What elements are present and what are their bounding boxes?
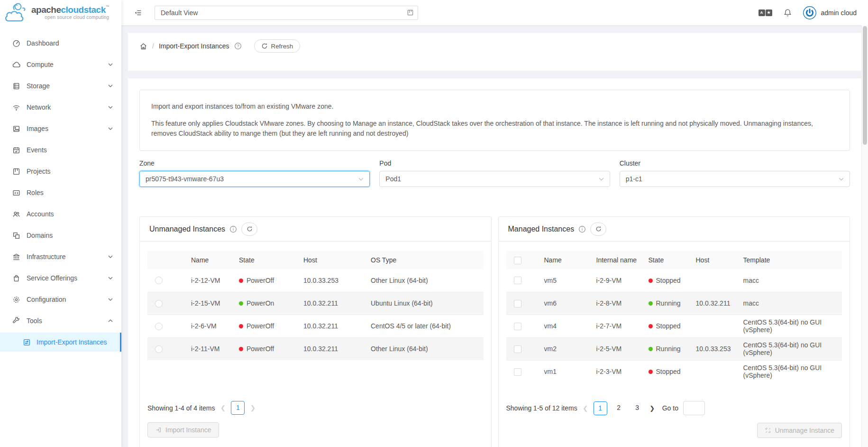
state-dot (239, 324, 243, 328)
sidebar-item-compute[interactable]: Compute (0, 55, 121, 74)
scrollbar-thumb[interactable] (863, 26, 867, 145)
unmanage-instance-button[interactable]: Unmanage Instance (757, 423, 842, 438)
translation-icon[interactable]: A★ (758, 9, 772, 16)
table-row[interactable]: i-2-15-VM PowerOn 10.0.32.211 Ubuntu Lin… (147, 292, 484, 315)
managed-reload-button[interactable] (590, 223, 606, 236)
prev-page-icon[interactable]: ❮ (219, 404, 226, 411)
col-state: State (641, 251, 688, 269)
unmanaged-title: Unmanaged Instances (149, 225, 225, 233)
state-dot (649, 370, 653, 374)
help-icon[interactable]: ? (234, 42, 242, 50)
state-dot (649, 301, 653, 306)
user-menu[interactable]: admin cloud (803, 6, 857, 19)
refresh-button[interactable]: Refresh (254, 39, 301, 53)
row-radio[interactable] (155, 277, 163, 284)
page-1[interactable]: 1 (594, 401, 607, 415)
sidebar-item-tools[interactable]: Tools (0, 311, 121, 330)
row-checkbox[interactable] (514, 323, 521, 330)
sidebar-item-events[interactable]: Events (0, 140, 121, 159)
unmanaged-instances-panel: Unmanaged Instances i Name (139, 216, 492, 447)
managed-table: Name Internal name State Host Template (506, 251, 842, 383)
sidebar-item-dashboard[interactable]: Dashboard (0, 34, 121, 53)
reload-icon (247, 226, 253, 232)
prev-page-icon[interactable]: ❮ (582, 405, 589, 412)
table-row[interactable]: i-2-6-VM PowerOff 10.0.32.211 CentOS 4/5… (147, 315, 484, 337)
col-os-type: OS Type (363, 251, 484, 269)
brand-tagline: open source cloud computing (31, 15, 109, 20)
sidebar-item-infrastructure[interactable]: Infrastructure (0, 247, 121, 266)
goto-page-input[interactable] (683, 401, 705, 415)
cluster-select-value: p1-c1 (626, 175, 642, 183)
zone-select[interactable]: pr5075-t943-vmware-67u3 (139, 171, 370, 187)
intro-line-2: This feature only applies Cloudstack VMw… (151, 119, 838, 139)
pod-select[interactable]: Pod1 (379, 171, 610, 187)
sidebar-item-projects[interactable]: Projects (0, 162, 121, 181)
sidebar-item-import-export-instances[interactable]: Import-Export Instances (0, 333, 121, 352)
calendar-icon (12, 146, 20, 154)
page-3[interactable]: 3 (630, 401, 644, 415)
row-radio[interactable] (155, 345, 163, 353)
row-checkbox[interactable] (514, 368, 521, 376)
table-row[interactable]: vm2 i-2-5-VM Running 10.0.33.253 CentOS … (506, 337, 842, 360)
row-checkbox[interactable] (514, 345, 521, 353)
row-radio[interactable] (155, 323, 163, 330)
info-icon[interactable]: i (578, 225, 586, 233)
row-radio[interactable] (155, 300, 163, 307)
menu-fold-icon[interactable] (134, 9, 142, 17)
info-icon[interactable]: i (229, 225, 237, 233)
shopping-bag-icon (12, 274, 20, 282)
import-export-panel: Import and export instances to/from an e… (128, 78, 861, 447)
cloud-icon (12, 61, 20, 69)
table-row[interactable]: vm1 i-2-3-VM Stopped CentOS 5.3(64-bit) … (506, 360, 842, 383)
zone-select-value: pr5075-t943-vmware-67u3 (146, 175, 224, 183)
sidebar-item-accounts[interactable]: Accounts (0, 205, 121, 224)
chevron-down-icon (108, 255, 113, 258)
managed-title: Managed Instances (508, 225, 575, 233)
table-row[interactable]: i-2-12-VM PowerOff 10.0.33.253 Other Lin… (147, 269, 484, 292)
unmanaged-reload-button[interactable] (241, 223, 257, 236)
vertical-scrollbar[interactable] (861, 25, 868, 447)
table-row[interactable]: vm4 i-2-7-VM Stopped CentOS 5.3(64-bit) … (506, 315, 842, 337)
page-content: / Import-Export Instances ? Refresh Impo… (121, 25, 868, 447)
project-icon (407, 9, 414, 16)
disconnect-icon (765, 427, 771, 434)
table-row[interactable]: vm6 i-2-8-VM Running 10.0.32.211 macc (506, 292, 842, 315)
table-row[interactable]: vm5 i-2-9-VM Stopped macc (506, 269, 842, 292)
home-icon[interactable] (139, 42, 147, 50)
import-export-icon (23, 338, 31, 346)
sidebar-item-service-offerings[interactable]: Service Offerings (0, 269, 121, 288)
gear-icon (12, 296, 20, 304)
sidebar-item-storage[interactable]: Storage (0, 76, 121, 95)
sidebar-item-domains[interactable]: Domains (0, 226, 121, 245)
filters-row: Zone pr5075-t943-vmware-67u3 Pod Pod1 (139, 159, 850, 187)
table-row[interactable]: i-2-11-VM PowerOff 10.0.32.211 Other Lin… (147, 337, 484, 360)
row-checkbox[interactable] (514, 277, 521, 284)
chevron-up-icon (108, 319, 113, 322)
sidebar-item-configuration[interactable]: Configuration (0, 290, 121, 309)
app-root: apachecloudstack™ open source cloud comp… (0, 0, 868, 447)
select-all-checkbox[interactable] (514, 257, 521, 264)
view-selector[interactable]: Default View (155, 6, 418, 20)
blocks-icon (12, 232, 20, 240)
page-2[interactable]: 2 (612, 401, 626, 415)
next-page-icon[interactable]: ❯ (249, 404, 256, 411)
zone-label: Zone (139, 159, 370, 167)
sidebar-item-network[interactable]: Network (0, 98, 121, 117)
bell-icon[interactable] (784, 9, 792, 17)
logo[interactable]: apachecloudstack™ open source cloud comp… (0, 0, 121, 25)
wrench-icon (12, 317, 20, 325)
cluster-select[interactable]: p1-c1 (620, 171, 850, 187)
intro-line-1: Import and export instances to/from an e… (151, 102, 838, 112)
breadcrumb-card: / Import-Export Instances ? Refresh (128, 33, 861, 71)
sidebar-item-images[interactable]: Images (0, 119, 121, 138)
state-dot (649, 347, 653, 351)
next-page-icon[interactable]: ❯ (649, 405, 656, 412)
page-1[interactable]: 1 (231, 401, 245, 415)
sidebar-item-roles[interactable]: Roles (0, 183, 121, 202)
pagination-summary: Showing 1-4 of 4 items (147, 404, 215, 412)
row-checkbox[interactable] (514, 300, 521, 307)
view-selector-value: Default View (161, 9, 198, 17)
import-instance-button[interactable]: Import Instance (147, 422, 219, 438)
avatar (803, 6, 816, 19)
svg-text:?: ? (237, 44, 239, 48)
